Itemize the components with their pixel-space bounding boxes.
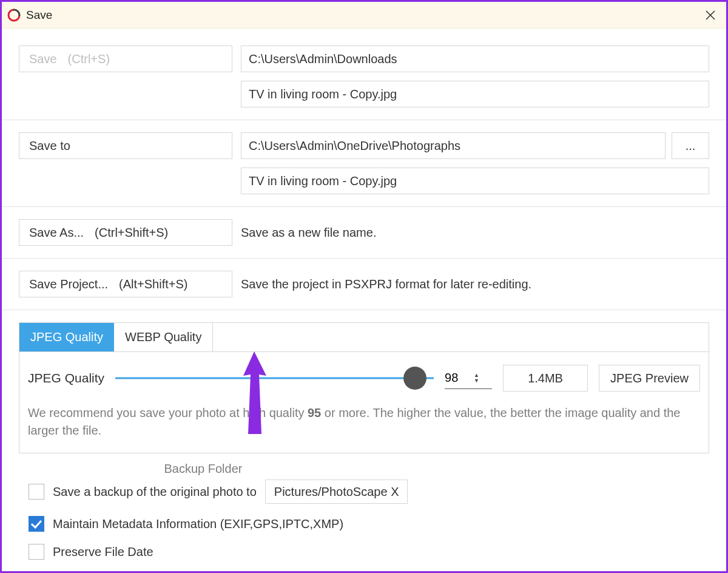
save-as-button[interactable]: Save As... (Ctrl+Shift+S)	[19, 219, 232, 246]
window-title: Save	[26, 8, 699, 22]
save-button: Save (Ctrl+S)	[19, 46, 232, 72]
spinner-arrows-icon[interactable]: ▲▼	[474, 373, 479, 384]
save-as-description: Save as a new file name.	[241, 219, 709, 246]
save-as-label: Save As...	[29, 226, 84, 240]
backup-label: Save a backup of the original photo to	[53, 485, 257, 499]
estimated-size: 1.4MB	[503, 365, 588, 392]
save-button-label: Save	[29, 52, 57, 66]
save-project-shortcut: (Alt+Shift+S)	[119, 277, 187, 291]
jpeg-quality-spinbox[interactable]: ▲▼	[445, 367, 492, 389]
save-path: C:\Users\Admin\Downloads	[241, 46, 709, 72]
metadata-checkbox[interactable]	[29, 516, 44, 532]
save-project-button[interactable]: Save Project... (Alt+Shift+S)	[19, 271, 232, 297]
save-to-label: Save to	[29, 139, 70, 153]
tab-webp-quality[interactable]: WEBP Quality	[114, 323, 213, 351]
save-to-filename[interactable]: TV in living room - Copy.jpg	[241, 168, 709, 194]
quality-tabbar: JPEG Quality WEBP Quality	[19, 323, 709, 352]
save-to-path[interactable]: C:\Users\Admin\OneDrive\Photographs	[241, 132, 666, 159]
metadata-label: Maintain Metadata Information (EXIF,GPS,…	[53, 517, 343, 531]
save-shortcut: (Ctrl+S)	[68, 52, 110, 66]
quality-tabbox: JPEG Quality WEBP Quality JPEG Quality ▲…	[19, 322, 709, 453]
jpeg-quality-slider[interactable]	[115, 366, 434, 390]
preserve-date-checkbox[interactable]	[29, 544, 44, 560]
jpeg-preview-button[interactable]: JPEG Preview	[599, 365, 700, 392]
close-icon[interactable]	[699, 7, 721, 24]
save-project-label: Save Project...	[29, 277, 108, 291]
save-filename: TV in living room - Copy.jpg	[241, 81, 709, 107]
save-as-shortcut: (Ctrl+Shift+S)	[95, 226, 168, 240]
preserve-date-label: Preserve File Date	[53, 545, 153, 559]
backup-folder-header: Backup Folder	[112, 462, 294, 476]
save-project-description: Save the project in PSXPRJ format for la…	[241, 271, 709, 297]
slider-thumb[interactable]	[403, 367, 426, 390]
jpeg-quality-label: JPEG Quality	[28, 371, 104, 385]
backup-folder-select[interactable]: Pictures/PhotoScape X	[265, 480, 408, 504]
jpeg-quality-input[interactable]	[445, 371, 474, 385]
save-to-button[interactable]: Save to	[19, 132, 232, 159]
quality-hint: We recommend you save your photo at high…	[28, 404, 700, 439]
backup-checkbox[interactable]	[29, 484, 44, 500]
browse-button[interactable]: ...	[672, 132, 709, 159]
app-icon	[7, 8, 21, 22]
tab-jpeg-quality[interactable]: JPEG Quality	[19, 323, 114, 351]
titlebar: Save	[2, 2, 726, 29]
